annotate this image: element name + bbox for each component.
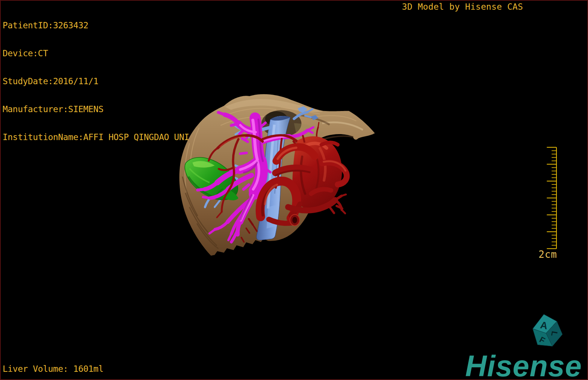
study-date-text: StudyDate:2016/11/1 [3,77,189,86]
hisense-logo: Hisense [465,351,582,380]
scale-ruler-label: 2cm [536,249,560,260]
institution-text: InstitutionName:AFFI HOSP QINGDAO UNI [3,133,189,142]
watermark-title: 3D Model by Hisense CAS [402,2,523,12]
cas-3d-viewer-window: A L F PatientID:3263432 Device:CT StudyD… [0,0,588,380]
liver-volume-text: Liver Volume: 1601ml [3,364,103,374]
scale-ruler [547,147,556,248]
orientation-cube[interactable]: A L F [533,314,562,346]
patient-meta-block: PatientID:3263432 Device:CT StudyDate:20… [3,2,189,161]
manufacturer-text: Manufacturer:SIEMENS [3,105,189,114]
device-text: Device:CT [3,49,189,58]
patient-id-text: PatientID:3263432 [3,21,189,30]
